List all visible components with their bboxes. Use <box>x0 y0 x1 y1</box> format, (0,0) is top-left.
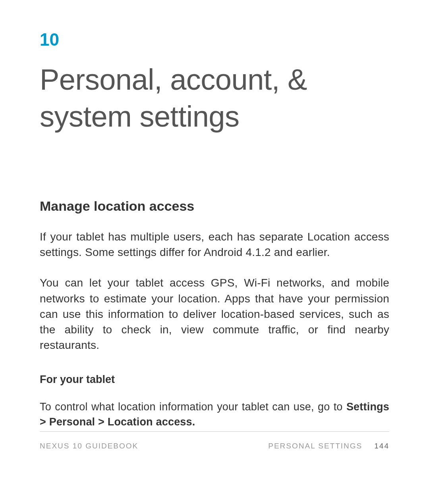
footer-right-group: PERSONAL SETTINGS 144 <box>268 442 389 450</box>
footer-section-name: PERSONAL SETTINGS <box>268 442 362 450</box>
subsection-heading-tablet: For your tablet <box>40 373 389 386</box>
body-paragraph-1: If your tablet has multiple users, each … <box>40 229 389 260</box>
body-paragraph-3: To control what location information you… <box>40 400 389 430</box>
paragraph-3-text: To control what location information you… <box>40 401 346 413</box>
section-heading-location: Manage location access <box>40 198 389 214</box>
footer-page-number: 144 <box>374 442 389 450</box>
chapter-number: 10 <box>40 30 389 50</box>
chapter-title: Personal, account, & system settings <box>40 62 389 135</box>
page-footer: NEXUS 10 GUIDEBOOK PERSONAL SETTINGS 144 <box>40 431 389 450</box>
body-paragraph-2: You can let your tablet access GPS, Wi-F… <box>40 275 389 353</box>
footer-book-title: NEXUS 10 GUIDEBOOK <box>40 442 138 450</box>
page-container: 10 Personal, account, & system settings … <box>0 0 429 504</box>
